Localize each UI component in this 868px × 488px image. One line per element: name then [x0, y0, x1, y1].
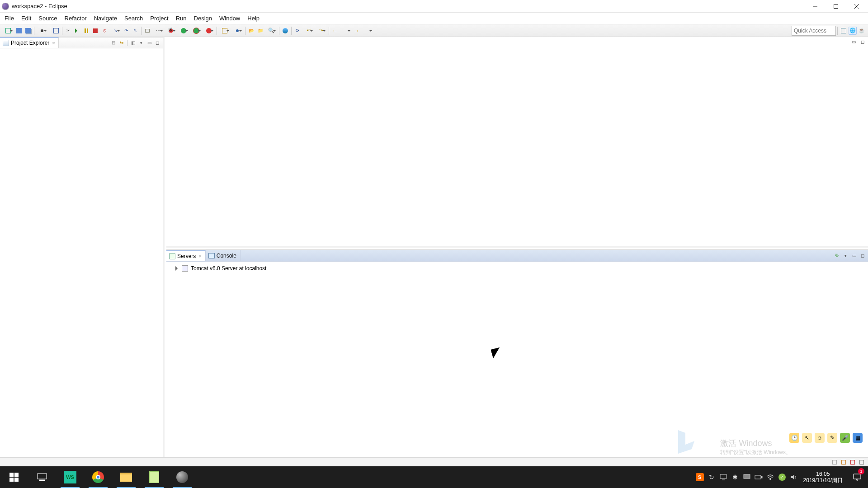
- open-perspective-button[interactable]: [840, 27, 848, 35]
- menu-window[interactable]: Window: [216, 13, 244, 24]
- annotate-timestamp-icon[interactable]: 🕑: [789, 433, 799, 443]
- open-type-button[interactable]: 📂: [247, 27, 255, 35]
- disconnect-button[interactable]: ⦸: [100, 27, 108, 35]
- project-explorer-tree[interactable]: [0, 48, 163, 466]
- save-all-button[interactable]: [24, 27, 32, 35]
- tray-wifi-icon[interactable]: [764, 466, 776, 488]
- menu-help[interactable]: Help: [244, 13, 263, 24]
- tray-extension-icon[interactable]: ✱: [729, 466, 741, 488]
- trim-stack-3-icon[interactable]: [849, 459, 856, 466]
- tray-battery-icon[interactable]: [753, 466, 764, 488]
- back-history-button[interactable]: [340, 27, 352, 35]
- forward-history-button[interactable]: [362, 27, 373, 35]
- annotate-smile-icon[interactable]: ☺: [815, 433, 825, 443]
- servers-tree[interactable]: Tomcat v6.0 Server at localhost: [166, 262, 868, 275]
- step-into-button[interactable]: ↘: [109, 27, 121, 35]
- previous-edit-button[interactable]: ↶: [302, 27, 314, 35]
- tray-update-icon[interactable]: ↻: [706, 466, 717, 488]
- servers-view-menu-icon[interactable]: ▾: [842, 252, 849, 259]
- minimize-view-icon[interactable]: ▭: [146, 39, 153, 47]
- editor-area: ▭ ◻: [166, 37, 868, 248]
- taskbar-app-explorer[interactable]: [112, 466, 140, 488]
- menu-refactor[interactable]: Refactor: [61, 13, 90, 24]
- editor-maximize-icon[interactable]: ◻: [859, 38, 866, 45]
- new-button[interactable]: [2, 27, 14, 35]
- forward-button[interactable]: →: [353, 27, 361, 35]
- annotate-pen-icon[interactable]: ✎: [827, 433, 837, 443]
- taskbar-app-notepad[interactable]: [140, 466, 168, 488]
- synchronize-button[interactable]: ⟳: [293, 27, 302, 35]
- minimize-button[interactable]: [805, 0, 826, 13]
- menu-search[interactable]: Search: [121, 13, 146, 24]
- menu-navigate[interactable]: Navigate: [90, 13, 121, 24]
- step-over-button[interactable]: ↷: [122, 27, 130, 35]
- servers-maximize-icon[interactable]: ◻: [859, 252, 866, 259]
- back-button[interactable]: ←: [331, 27, 339, 35]
- close-view-icon[interactable]: ×: [51, 41, 56, 45]
- debug-button[interactable]: 🐞: [165, 27, 177, 35]
- text-format-button[interactable]: ⋯: [152, 27, 164, 35]
- server-item[interactable]: Tomcat v6.0 Server at localhost: [171, 264, 863, 272]
- trim-stack-2-icon[interactable]: [840, 459, 847, 466]
- open-web-button[interactable]: [281, 27, 289, 35]
- perspective-java-ee-button[interactable]: 🌐: [849, 27, 857, 35]
- tray-volume-icon[interactable]: [788, 466, 800, 488]
- console-tab[interactable]: Console: [206, 250, 241, 261]
- project-explorer-tab[interactable]: Project Explorer ×: [0, 37, 59, 48]
- cut-icon[interactable]: ✂: [64, 27, 72, 35]
- collapse-all-icon[interactable]: ⊟: [110, 39, 117, 47]
- servers-publish-icon[interactable]: ⟱: [833, 252, 840, 259]
- annotate-grid-icon[interactable]: ▦: [853, 433, 863, 443]
- menu-file[interactable]: File: [1, 13, 18, 24]
- step-return-button[interactable]: ↖: [131, 27, 139, 35]
- stop-button[interactable]: [91, 27, 99, 35]
- save-button[interactable]: [15, 27, 23, 35]
- build-button[interactable]: [36, 27, 48, 35]
- start-button[interactable]: [0, 466, 28, 488]
- new-class-button[interactable]: [231, 27, 243, 35]
- trim-stack-1-icon[interactable]: [831, 459, 838, 466]
- maximize-button[interactable]: [826, 0, 846, 13]
- run-button[interactable]: [178, 27, 189, 35]
- taskbar-clock[interactable]: 16:05 2019/11/10/周日: [800, 466, 846, 488]
- trim-stack-4-icon[interactable]: [858, 459, 865, 466]
- editor-minimize-icon[interactable]: ▭: [850, 38, 857, 45]
- menu-project[interactable]: Project: [146, 13, 172, 24]
- action-center-button[interactable]: 1: [846, 466, 868, 488]
- open-console-button[interactable]: [52, 27, 60, 35]
- menu-design[interactable]: Design: [190, 13, 216, 24]
- view-menu-icon[interactable]: ▾: [137, 39, 145, 47]
- servers-minimize-icon[interactable]: ▭: [850, 252, 858, 259]
- tray-sogou-icon[interactable]: S: [694, 466, 706, 488]
- annotate-pointer-icon[interactable]: ↖: [802, 433, 812, 443]
- perspective-java-button[interactable]: ☕: [858, 27, 866, 35]
- taskbar-app-webstorm[interactable]: WS: [56, 466, 84, 488]
- tray-display-icon[interactable]: [741, 466, 753, 488]
- close-button[interactable]: [846, 0, 867, 13]
- expand-toggle-icon[interactable]: [175, 266, 179, 271]
- new-package-button[interactable]: [219, 27, 231, 35]
- toggle-mark-button[interactable]: [143, 27, 151, 35]
- task-view-button[interactable]: [28, 466, 56, 488]
- servers-tab[interactable]: Servers ×: [166, 250, 206, 261]
- menu-run[interactable]: Run: [172, 13, 190, 24]
- run-external-button[interactable]: [190, 27, 202, 35]
- menu-edit[interactable]: Edit: [18, 13, 35, 24]
- menu-source[interactable]: Source: [35, 13, 61, 24]
- launch-config-button[interactable]: [203, 27, 215, 35]
- run-last-button[interactable]: [73, 27, 81, 35]
- taskbar-app-chrome[interactable]: [84, 466, 112, 488]
- annotate-mic-icon[interactable]: 🎤: [840, 433, 850, 443]
- taskbar-app-eclipse[interactable]: [168, 466, 196, 488]
- link-editor-icon[interactable]: ⇆: [118, 39, 125, 47]
- open-task-button[interactable]: 📁: [256, 27, 264, 35]
- maximize-view-icon[interactable]: ◻: [154, 39, 161, 47]
- focus-task-icon[interactable]: ◧: [129, 39, 137, 47]
- close-servers-tab-icon[interactable]: ×: [198, 253, 201, 259]
- search-button[interactable]: 🔍: [265, 27, 277, 35]
- quick-access-input[interactable]: [792, 26, 836, 36]
- tray-monitor-icon[interactable]: [717, 466, 729, 488]
- tray-security-icon[interactable]: ✓: [776, 466, 788, 488]
- suspend-button[interactable]: [82, 27, 90, 35]
- next-annotation-button[interactable]: ↷: [315, 27, 327, 35]
